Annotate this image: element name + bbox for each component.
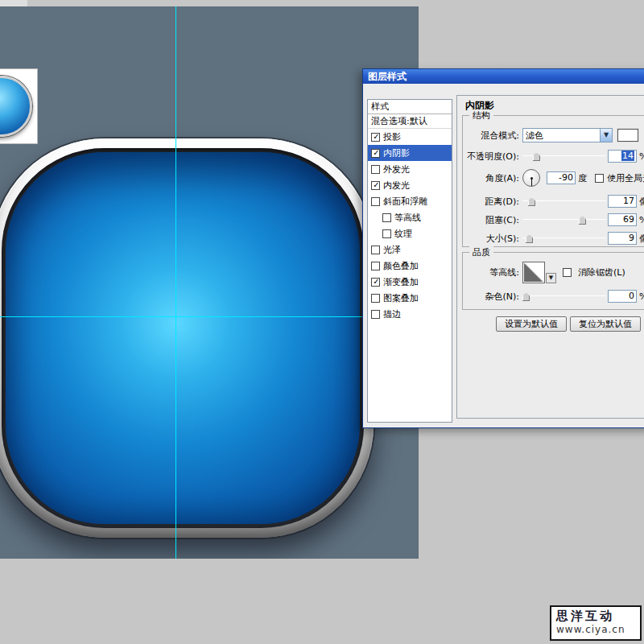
style-item-contour[interactable]: 等高线	[368, 209, 452, 225]
angle-value: -90	[559, 172, 573, 183]
contour-label: 等高线:	[466, 266, 519, 279]
angle-field[interactable]: -90	[547, 171, 576, 184]
size-slider[interactable]	[522, 233, 606, 244]
checkbox-inner-glow[interactable]	[371, 181, 380, 190]
choke-row: 阻塞(C): 69 %	[466, 212, 644, 228]
style-item-label: 斜面和浮雕	[383, 196, 427, 208]
checkbox-inner-shadow[interactable]	[371, 149, 380, 158]
checkbox-bevel-emboss[interactable]	[371, 197, 380, 206]
styles-list-header[interactable]: 样式	[368, 100, 452, 114]
blend-mode-dropdown[interactable]: 滤色 ▼	[522, 128, 613, 142]
checkbox-gradient-overlay[interactable]	[371, 278, 380, 287]
blend-mode-label: 混合模式:	[466, 130, 519, 142]
size-row: 大小(S): 9 像素	[466, 230, 644, 246]
distance-unit: 像素	[639, 196, 644, 208]
contour-dropdown-arrow-icon[interactable]: ▼	[546, 273, 556, 283]
angle-dial-center	[530, 177, 533, 180]
reset-default-button[interactable]: 复位为默认值	[570, 316, 641, 332]
distance-slider-thumb[interactable]	[528, 197, 535, 206]
use-global-light-label: 使用全局光	[607, 172, 644, 184]
style-item-satin[interactable]: 光泽	[368, 242, 452, 258]
quality-group-label: 品质	[469, 246, 493, 258]
style-item-color-overlay[interactable]: 颜色叠加	[368, 258, 452, 274]
opacity-field[interactable]: 14	[608, 150, 637, 163]
angle-dial-needle	[531, 179, 532, 186]
quality-group: 品质 等高线: ▼ 消除锯齿(L) 杂色(N): 0 %	[462, 252, 644, 310]
checkbox-drop-shadow[interactable]	[371, 133, 380, 142]
checkbox-contour[interactable]	[382, 213, 391, 222]
angle-unit: 度	[578, 172, 587, 184]
blue-sphere-thumbnail	[0, 76, 32, 137]
slider-track	[522, 295, 606, 296]
style-item-label: 等高线	[394, 212, 421, 224]
noise-slider-thumb[interactable]	[522, 292, 530, 301]
distance-value: 17	[623, 196, 634, 206]
opacity-slider-thumb[interactable]	[533, 152, 540, 161]
size-slider-thumb[interactable]	[526, 234, 533, 243]
choke-slider[interactable]	[522, 214, 606, 225]
size-value: 9	[629, 233, 634, 243]
style-item-label: 颜色叠加	[383, 260, 419, 272]
opacity-label: 不透明度(O):	[466, 151, 519, 163]
opacity-slider[interactable]	[522, 151, 606, 162]
styles-list: 样式 混合选项:默认 投影 内阴影 外发光 内发光 斜面和浮雕 等高线 纹理	[367, 99, 452, 423]
angle-dial[interactable]	[522, 169, 540, 187]
distance-label: 距离(D):	[466, 196, 519, 208]
slider-track	[522, 237, 606, 238]
make-default-button[interactable]: 设置为默认值	[496, 316, 567, 332]
blending-options-item[interactable]: 混合选项:默认	[368, 114, 452, 129]
style-item-label: 图案叠加	[383, 292, 419, 304]
angle-label: 角度(A):	[466, 172, 519, 184]
style-item-label: 描边	[383, 308, 401, 320]
checkbox-satin[interactable]	[371, 246, 380, 254]
watermark: 思洋互动 www.ciya.cn	[550, 605, 642, 641]
shadow-color-swatch[interactable]	[617, 129, 638, 142]
dialog-titlebar[interactable]: 图层样式	[363, 69, 644, 84]
size-label: 大小(S):	[466, 233, 519, 245]
style-item-bevel-emboss[interactable]: 斜面和浮雕	[368, 193, 452, 209]
slider-track	[522, 219, 606, 220]
opacity-row: 不透明度(O): 14 %	[466, 148, 644, 164]
antialias-label: 消除锯齿(L)	[578, 266, 625, 279]
style-item-inner-shadow[interactable]: 内阴影	[368, 145, 452, 161]
style-item-label: 光泽	[383, 244, 401, 256]
style-item-outer-glow[interactable]: 外发光	[368, 161, 452, 177]
angle-row: 角度(A): -90 度 使用全局光	[466, 167, 644, 188]
noise-value: 0	[629, 291, 634, 301]
contour-picker-thumbnail[interactable]	[522, 262, 545, 283]
noise-slider[interactable]	[522, 291, 606, 302]
checkbox-color-overlay[interactable]	[371, 262, 380, 270]
structure-group: 结构 混合模式: 滤色 ▼ 不透明度(O): 14 % 角度(A):	[462, 115, 644, 247]
style-item-pattern-overlay[interactable]: 图案叠加	[368, 290, 452, 306]
style-item-label: 渐变叠加	[383, 276, 419, 288]
chevron-down-icon[interactable]: ▼	[600, 129, 612, 142]
style-item-texture[interactable]: 纹理	[368, 225, 452, 242]
noise-field[interactable]: 0	[608, 290, 637, 303]
style-item-inner-glow[interactable]: 内发光	[368, 177, 452, 193]
checkbox-texture[interactable]	[382, 229, 391, 238]
distance-field[interactable]: 17	[608, 195, 637, 208]
checkbox-stroke[interactable]	[371, 310, 380, 319]
vertical-guide[interactable]	[175, 6, 176, 559]
choke-field[interactable]: 69	[608, 213, 637, 226]
style-item-label: 投影	[383, 131, 401, 143]
style-item-gradient-overlay[interactable]: 渐变叠加	[368, 274, 452, 290]
style-item-drop-shadow[interactable]: 投影	[368, 129, 452, 145]
watermark-url: www.ciya.cn	[556, 624, 640, 635]
style-item-stroke[interactable]: 描边	[368, 306, 452, 322]
choke-unit: %	[639, 215, 644, 225]
layer-style-dialog: 图层样式 样式 混合选项:默认 投影 内阴影 外发光 内发光 斜面和浮雕 等高线	[362, 68, 644, 428]
checkbox-outer-glow[interactable]	[371, 165, 380, 174]
distance-slider[interactable]	[522, 196, 606, 207]
style-item-label: 纹理	[394, 228, 412, 240]
horizontal-guide[interactable]	[0, 316, 419, 317]
choke-slider-thumb[interactable]	[579, 216, 586, 225]
style-item-label: 内发光	[383, 180, 410, 192]
size-field[interactable]: 9	[608, 232, 637, 245]
use-global-light-checkbox[interactable]	[595, 174, 604, 183]
document-canvas	[0, 6, 419, 559]
checkbox-pattern-overlay[interactable]	[371, 294, 380, 303]
style-preview-thumbnail	[0, 69, 37, 143]
noise-row: 杂色(N): 0 %	[466, 288, 644, 304]
antialias-checkbox[interactable]	[563, 268, 572, 277]
